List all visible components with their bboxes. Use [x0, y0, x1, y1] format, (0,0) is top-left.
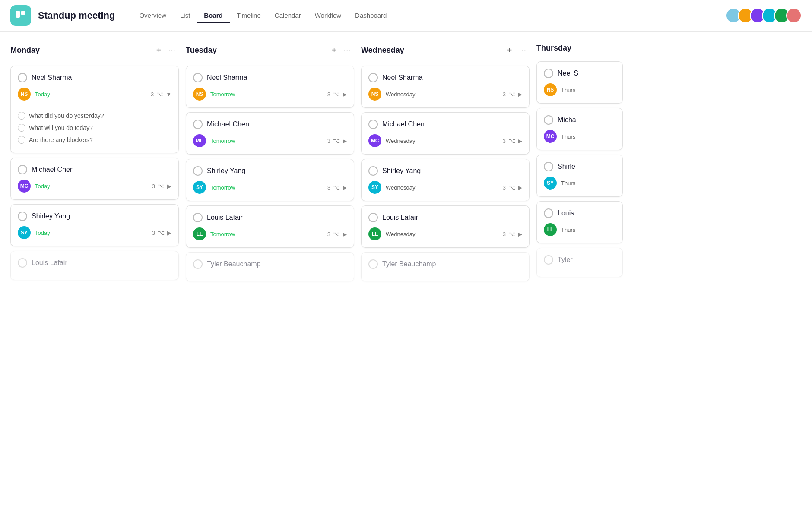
- nav-overview[interactable]: Overview: [132, 8, 173, 23]
- subtask-arrow: ▶: [343, 138, 347, 144]
- card-person-name: Michael Chen: [207, 120, 249, 128]
- check-icon[interactable]: [193, 166, 203, 176]
- card-title-row: Neel Sharma: [368, 73, 522, 82]
- subtask-branch-icon: ⌥: [156, 91, 163, 98]
- check-icon[interactable]: [368, 213, 378, 222]
- card-title-row: Shirley Yang: [18, 212, 171, 221]
- task-card[interactable]: Neel SharmaNSTomorrow3 ⌥▶: [186, 66, 354, 108]
- task-card[interactable]: Michael ChenMCTomorrow3 ⌥▶: [186, 112, 354, 155]
- check-icon[interactable]: [368, 73, 378, 82]
- check-icon[interactable]: [193, 213, 203, 222]
- check-icon[interactable]: [193, 120, 203, 129]
- subtask-branch-icon: ⌥: [508, 91, 515, 98]
- task-card[interactable]: Neel SharmaNSWednesday3 ⌥▶: [361, 66, 530, 108]
- card-date: Thurs: [561, 133, 615, 140]
- add-card-button[interactable]: +: [504, 44, 516, 57]
- nav-timeline[interactable]: Timeline: [230, 8, 268, 23]
- subtask-count: 3: [503, 138, 506, 144]
- card-date: Thurs: [561, 180, 615, 186]
- check-icon[interactable]: [193, 259, 203, 269]
- task-card[interactable]: Michael ChenMCToday3 ⌥▶: [10, 158, 179, 200]
- check-icon[interactable]: [18, 165, 27, 174]
- card-title-row: Shirley Yang: [368, 166, 522, 176]
- card-avatar: SY: [368, 181, 381, 194]
- task-card[interactable]: Neel SNSThurs: [536, 61, 623, 104]
- task-card[interactable]: Louis Lafair: [10, 251, 179, 280]
- check-icon[interactable]: [18, 258, 27, 268]
- team-avatars[interactable]: [726, 8, 802, 23]
- nav-board[interactable]: Board: [197, 8, 229, 23]
- add-card-button[interactable]: +: [153, 44, 165, 57]
- subtask-count: 3: [327, 138, 330, 144]
- nav-dashboard[interactable]: Dashboard: [348, 8, 393, 23]
- app-logo[interactable]: [10, 5, 31, 26]
- card-person-name: Michael Chen: [32, 166, 74, 174]
- task-card[interactable]: Shirley YangSYWednesday3 ⌥▶: [361, 159, 530, 201]
- card-person-name: Neel S: [558, 69, 578, 77]
- task-card[interactable]: Louis LafairLLWednesday3 ⌥▶: [361, 205, 530, 248]
- more-options-button[interactable]: ···: [340, 44, 354, 57]
- subtask-arrow: ▶: [167, 230, 171, 236]
- card-title-row: Louis Lafair: [368, 213, 522, 222]
- task-card[interactable]: Tyler Beauchamp: [186, 252, 354, 281]
- board-column-tuesday: Tuesday+···Neel SharmaNSTomorrow3 ⌥▶Mich…: [186, 42, 354, 286]
- subtask-check-icon[interactable]: [18, 112, 25, 120]
- task-card[interactable]: ShirleSYThurs: [536, 155, 623, 197]
- task-card[interactable]: Louis LafairLLTomorrow3 ⌥▶: [186, 205, 354, 248]
- subtask-branch-icon: ⌥: [158, 229, 165, 236]
- check-icon[interactable]: [544, 208, 553, 218]
- subtask-branch-icon: ⌥: [333, 231, 340, 237]
- subtask-check-icon[interactable]: [18, 136, 25, 144]
- card-title-row: Louis Lafair: [193, 213, 347, 222]
- column-header: Wednesday+···: [361, 42, 530, 59]
- nav-workflow[interactable]: Workflow: [308, 8, 348, 23]
- check-icon[interactable]: [544, 69, 553, 78]
- card-meta: NSTomorrow3 ⌥▶: [193, 88, 347, 101]
- check-icon[interactable]: [544, 255, 553, 265]
- subtask-arrow: ▶: [518, 184, 522, 191]
- card-avatar: NS: [544, 83, 557, 96]
- check-icon[interactable]: [18, 212, 27, 221]
- card-subtask-info: 3 ⌥▼: [151, 91, 171, 98]
- check-icon[interactable]: [368, 120, 378, 129]
- task-card[interactable]: Shirley YangSYTomorrow3 ⌥▶: [186, 159, 354, 201]
- add-card-button[interactable]: +: [328, 44, 340, 57]
- card-date: Thurs: [561, 227, 615, 233]
- check-icon[interactable]: [368, 259, 378, 269]
- check-icon[interactable]: [544, 162, 553, 171]
- check-icon[interactable]: [544, 115, 553, 125]
- check-icon[interactable]: [18, 73, 27, 82]
- more-options-button[interactable]: ···: [165, 44, 179, 57]
- nav-list[interactable]: List: [173, 8, 197, 23]
- subtask-check-icon[interactable]: [18, 124, 25, 132]
- nav-calendar[interactable]: Calendar: [268, 8, 308, 23]
- check-icon[interactable]: [368, 166, 378, 176]
- subtask-count: 3: [503, 91, 506, 98]
- card-meta: SYWednesday3 ⌥▶: [368, 181, 522, 194]
- card-meta: MCTomorrow3 ⌥▶: [193, 134, 347, 147]
- card-avatar: SY: [193, 181, 206, 194]
- task-card[interactable]: MichaMCThurs: [536, 108, 623, 150]
- check-icon[interactable]: [193, 73, 203, 82]
- card-title-row: Shirle: [544, 162, 615, 171]
- card-date: Wednesday: [386, 184, 498, 191]
- card-title-row: Tyler: [544, 255, 615, 265]
- card-meta: NSWednesday3 ⌥▶: [368, 88, 522, 101]
- main-nav: Overview List Board Timeline Calendar Wo…: [132, 8, 393, 23]
- more-options-button[interactable]: ···: [515, 44, 530, 57]
- task-card[interactable]: Tyler Beauchamp: [361, 252, 530, 281]
- subtask-branch-icon: ⌥: [508, 184, 515, 191]
- task-card[interactable]: LouisLLThurs: [536, 201, 623, 243]
- card-person-name: Neel Sharma: [207, 74, 247, 82]
- subtask-branch-icon: ⌥: [333, 184, 340, 191]
- task-card[interactable]: Michael ChenMCWednesday3 ⌥▶: [361, 112, 530, 155]
- task-card[interactable]: Shirley YangSYToday3 ⌥▶: [10, 204, 179, 246]
- task-card[interactable]: Tyler: [536, 248, 623, 277]
- task-card[interactable]: Neel SharmaNSToday3 ⌥▼What did you do ye…: [10, 66, 179, 153]
- card-avatar: SY: [544, 177, 557, 190]
- avatar-6[interactable]: [786, 8, 802, 23]
- card-subtask-info: 3 ⌥▶: [503, 137, 522, 144]
- card-title-row: Micha: [544, 115, 615, 125]
- subtask-arrow: ▶: [518, 91, 522, 98]
- card-meta: LLWednesday3 ⌥▶: [368, 227, 522, 240]
